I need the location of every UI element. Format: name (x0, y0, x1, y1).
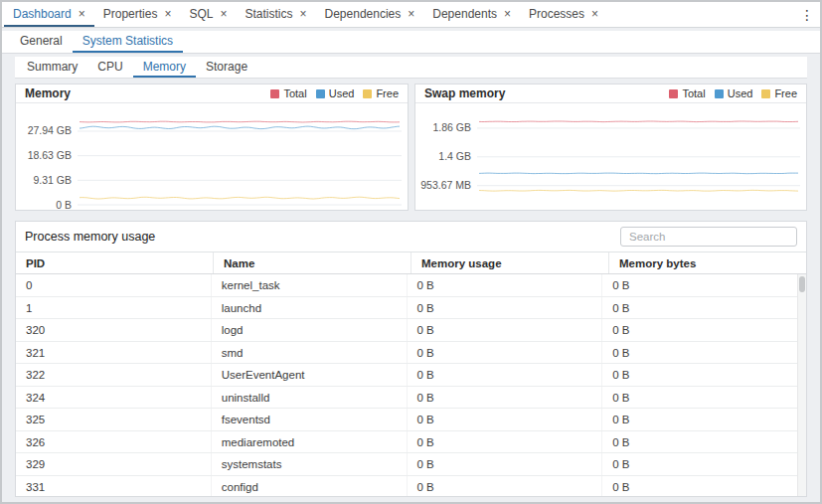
window-tab-statistics[interactable]: Statistics× (236, 2, 315, 27)
chart-panel-memory: MemoryTotalUsedFree0 B9.31 GB18.63 GB27.… (15, 84, 409, 211)
table-cell: 0 B (602, 297, 797, 319)
table-cell: 0 B (408, 364, 603, 386)
table-row[interactable]: 331configd0 B0 B (16, 476, 797, 497)
window-tab-label: Statistics (245, 7, 292, 21)
system-statistics-tab-bar: SummaryCPUMemoryStorage (15, 57, 807, 79)
y-axis-tick-label: 27.94 GB (28, 124, 72, 136)
legend-item-used: Used (316, 87, 355, 99)
window-tab-dependencies[interactable]: Dependencies× (316, 2, 424, 27)
window-tab-label: Processes (529, 7, 584, 21)
column-header-memory-usage[interactable]: Memory usage (411, 252, 609, 273)
window-tab-sql[interactable]: SQL× (180, 2, 236, 27)
close-icon[interactable]: × (220, 8, 227, 20)
legend-item-total: Total (270, 87, 306, 99)
legend-swatch-free (363, 89, 372, 98)
chart-legend: TotalUsedFree (270, 87, 399, 99)
column-header-name[interactable]: Name (214, 252, 411, 273)
tab-general[interactable]: General (10, 31, 73, 53)
table-row[interactable]: 320logd0 B0 B (16, 319, 797, 342)
table-cell: systemstats (212, 453, 408, 475)
table-cell: configd (212, 476, 408, 497)
y-axis-tick-label: 1.86 GB (432, 121, 471, 133)
table-cell: 0 B (602, 319, 797, 341)
close-icon[interactable]: × (408, 8, 414, 20)
close-icon[interactable]: × (300, 8, 307, 20)
legend-item-free: Free (363, 87, 399, 99)
table-cell: 320 (16, 319, 212, 341)
table-cell: 0 B (408, 297, 603, 319)
window-tab-label: SQL (189, 7, 213, 21)
chart-title: Memory (25, 86, 71, 100)
close-icon[interactable]: × (79, 8, 85, 20)
table-cell: 0 B (602, 387, 797, 409)
table-header-row: PIDNameMemory usageMemory bytes (16, 252, 806, 274)
table-cell: 0 B (408, 431, 603, 453)
tab-storage[interactable]: Storage (196, 57, 257, 78)
tab-memory[interactable]: Memory (133, 57, 196, 78)
legend-label: Total (682, 87, 705, 99)
legend-swatch-total (669, 89, 678, 98)
y-axis-tick-label: 953.67 MB (420, 179, 471, 191)
table-row[interactable]: 1launchd0 B0 B (16, 297, 797, 320)
table-row[interactable]: 329systemstats0 B0 B (16, 453, 797, 476)
table-cell: logd (212, 319, 408, 341)
table-scrollbar[interactable] (797, 274, 806, 496)
legend-label: Total (283, 87, 306, 99)
table-cell: 324 (16, 387, 212, 409)
table-cell: 329 (16, 453, 212, 475)
chart-plot-area: 0 B9.31 GB18.63 GB27.94 GB (16, 103, 408, 210)
table-cell: uninstalld (212, 387, 408, 409)
table-cell: 322 (16, 364, 212, 386)
process-panel-header: Process memory usage (16, 222, 806, 252)
search-input[interactable] (620, 227, 797, 247)
legend-label: Free (774, 87, 797, 99)
table-row[interactable]: 322UserEventAgent0 B0 B (16, 364, 797, 387)
series-line-free (479, 190, 798, 191)
table-cell: 0 B (408, 476, 603, 497)
chart-legend: TotalUsedFree (669, 87, 797, 99)
close-icon[interactable]: × (164, 8, 171, 20)
tab-system-statistics[interactable]: System Statistics (73, 31, 183, 53)
series-line-total (80, 121, 400, 122)
legend-label: Used (329, 87, 355, 99)
window-tab-properties[interactable]: Properties× (94, 2, 181, 27)
table-row[interactable]: 324uninstalld0 B0 B (16, 387, 797, 410)
legend-item-used: Used (715, 87, 753, 99)
legend-item-free: Free (761, 87, 797, 99)
y-axis-tick-label: 18.63 GB (28, 149, 72, 161)
scrollbar-thumb[interactable] (799, 276, 805, 292)
kebab-menu-icon[interactable]: ⋮ (794, 2, 820, 27)
table-cell: 0 B (408, 409, 603, 430)
dashboard-tab-bar: GeneralSystem Statistics (2, 31, 820, 54)
column-header-pid[interactable]: PID (16, 252, 214, 273)
close-icon[interactable]: × (504, 8, 511, 20)
window-tab-bar: Dashboard×Properties×SQL×Statistics×Depe… (2, 2, 820, 28)
process-memory-usage-panel: Process memory usage PIDNameMemory usage… (15, 221, 807, 497)
table-row[interactable]: 0kernel_task0 B0 B (16, 274, 797, 297)
table-cell: 0 B (408, 319, 603, 341)
table-row[interactable]: 326mediaremoted0 B0 B (16, 431, 797, 454)
close-icon[interactable]: × (591, 8, 598, 20)
table-cell: 0 B (602, 364, 797, 386)
window-tab-dependents[interactable]: Dependents× (423, 2, 520, 27)
window-tab-dashboard[interactable]: Dashboard× (4, 2, 94, 27)
table-cell: smd (212, 342, 408, 364)
chart-svg: 0 B9.31 GB18.63 GB27.94 GB (16, 103, 408, 210)
table-row[interactable]: 321smd0 B0 B (16, 342, 797, 365)
legend-swatch-total (270, 89, 279, 98)
tab-summary[interactable]: Summary (17, 57, 87, 78)
table-cell: 0 B (602, 274, 797, 296)
table-row[interactable]: 325fseventsd0 B0 B (16, 409, 797, 431)
table-cell: launchd (212, 297, 408, 319)
column-header-memory-bytes[interactable]: Memory bytes (609, 252, 806, 273)
table-cell: 0 B (602, 431, 797, 453)
process-panel-title: Process memory usage (25, 230, 155, 244)
table-cell: 0 B (602, 409, 797, 430)
table-cell: 325 (16, 409, 212, 430)
tab-cpu[interactable]: CPU (87, 57, 132, 78)
table-cell: 1 (16, 297, 212, 319)
window-tab-processes[interactable]: Processes× (520, 2, 607, 27)
chart-title: Swap memory (424, 86, 505, 100)
series-line-total (479, 121, 798, 122)
chart-panel-swap-memory: Swap memoryTotalUsedFree953.67 MB1.4 GB1… (414, 84, 807, 211)
